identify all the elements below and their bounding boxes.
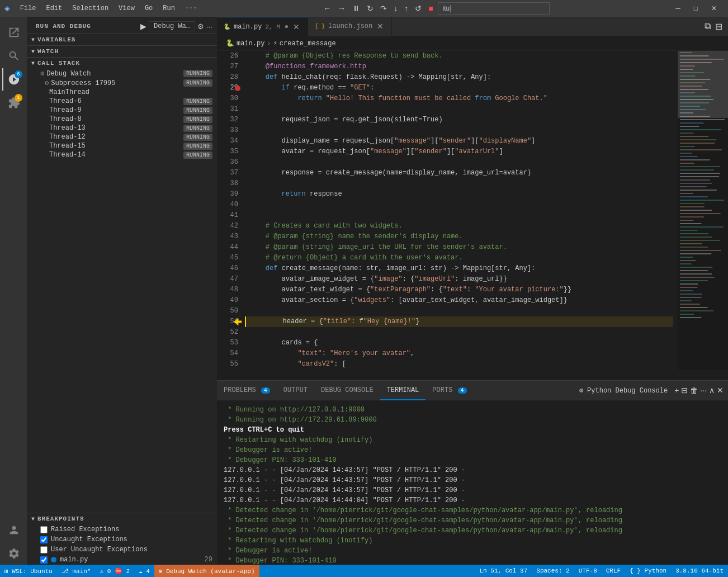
breakpoint-raised-checkbox[interactable] bbox=[40, 526, 48, 533]
status-wsl[interactable]: ⊞ WSL: Ubuntu bbox=[0, 565, 57, 577]
code-line[interactable] bbox=[245, 104, 673, 115]
menu-run[interactable]: Run bbox=[158, 3, 179, 13]
code-line[interactable]: # @param {string} name the sender's disp… bbox=[245, 231, 673, 242]
callstack-item[interactable]: ⚙Subprocess 17995RUNNING bbox=[27, 78, 217, 88]
close-btn[interactable]: ✕ bbox=[705, 0, 724, 17]
terminal-content[interactable]: * Running on http://127.0.0.1:9000 * Run… bbox=[217, 400, 728, 565]
callstack-item[interactable]: Thread-12RUNNING bbox=[27, 133, 217, 141]
code-line[interactable]: if req.method == "GET": bbox=[245, 83, 673, 93]
menu-view[interactable]: View bbox=[114, 3, 139, 13]
panel-maximize-btn[interactable]: ∧ bbox=[709, 386, 715, 395]
menu-go[interactable]: Go bbox=[140, 3, 157, 13]
editor-layout-btn[interactable]: ⊟ bbox=[714, 20, 724, 33]
variables-section-header[interactable]: ▼ VARIABLES bbox=[27, 34, 217, 45]
maximize-btn[interactable]: □ bbox=[687, 0, 705, 17]
panel-tab-output[interactable]: OUTPUT bbox=[277, 381, 314, 400]
debug-step-out-btn[interactable]: ↑ bbox=[402, 3, 410, 14]
debug-config-btn[interactable]: ▶ bbox=[140, 22, 146, 31]
split-editor-btn[interactable]: ⧉ bbox=[703, 20, 712, 33]
code-line[interactable]: avatar = request_json["message"]["sender… bbox=[245, 146, 673, 157]
split-terminal-btn[interactable]: ⊟ bbox=[681, 386, 688, 395]
code-line[interactable]: def create_message(name: str, image_url:… bbox=[245, 263, 673, 274]
minimize-btn[interactable]: ─ bbox=[669, 0, 687, 17]
callstack-item[interactable]: ⚙Debug WatchRUNNING bbox=[27, 69, 217, 78]
code-line[interactable]: # @param {string} image_url the URL for … bbox=[245, 242, 673, 253]
callstack-item[interactable]: Thread-15RUNNING bbox=[27, 141, 217, 150]
menu-edit[interactable]: Edit bbox=[41, 3, 67, 13]
status-line-ending[interactable]: CRLF bbox=[602, 565, 625, 577]
tab-launch-json-close[interactable]: ✕ bbox=[376, 22, 385, 31]
activity-debug[interactable]: 6 bbox=[2, 68, 25, 91]
new-terminal-btn[interactable]: + bbox=[674, 386, 679, 395]
code-line[interactable] bbox=[245, 327, 673, 338]
code-line[interactable] bbox=[245, 306, 673, 316]
callstack-item[interactable]: Thread-6RUNNING bbox=[27, 97, 217, 106]
breakpoint-uncaught-checkbox[interactable] bbox=[40, 536, 48, 543]
breakpoint-user-uncaught-checkbox[interactable] bbox=[40, 546, 48, 554]
code-line[interactable]: return "Hello! This function must be cal… bbox=[245, 93, 673, 104]
debug-step-into-btn[interactable]: ↓ bbox=[391, 3, 400, 14]
panel-tab-debug-console[interactable]: DEBUG CONSOLE bbox=[314, 381, 380, 400]
status-language[interactable]: { } Python bbox=[625, 565, 671, 577]
callstack-item[interactable]: Thread-9RUNNING bbox=[27, 106, 217, 115]
breadcrumb-file[interactable]: 🐍 main.py bbox=[226, 39, 264, 48]
code-line[interactable]: avatar_section = {"widgets": [avatar_tex… bbox=[245, 295, 673, 306]
tab-launch-json[interactable]: { } launch.json ✕ bbox=[308, 17, 392, 36]
code-line[interactable] bbox=[245, 125, 673, 136]
panel-tab-problems[interactable]: PROBLEMS 4 bbox=[217, 381, 277, 400]
code-line[interactable] bbox=[245, 210, 673, 221]
callstack-section-header[interactable]: ▼ CALL STACK bbox=[27, 58, 217, 69]
code-line[interactable]: # @param {Object} res Response to send b… bbox=[245, 51, 673, 62]
debug-refresh-btn[interactable]: ↻ bbox=[365, 3, 376, 14]
callstack-item[interactable]: Thread-14RUNNING bbox=[27, 150, 217, 159]
tab-main-py[interactable]: 🐍 main.py 2, M ● ✕ bbox=[217, 17, 308, 36]
code-line[interactable]: response = create_message(name=display_n… bbox=[245, 168, 673, 178]
nav-back-btn[interactable]: ← bbox=[321, 3, 333, 14]
nav-forward-btn[interactable]: → bbox=[335, 3, 348, 14]
menu-more[interactable]: ··· bbox=[181, 3, 202, 13]
code-line[interactable]: header = {"title": f"Hey {name}!"} bbox=[245, 316, 673, 327]
debug-step-over-btn[interactable]: ↷ bbox=[378, 3, 389, 14]
status-cursor-pos[interactable]: Ln 51, Col 37 bbox=[475, 565, 532, 577]
debug-more-btn[interactable]: ··· bbox=[206, 22, 212, 31]
code-line[interactable] bbox=[245, 157, 673, 168]
tab-main-py-close[interactable]: ✕ bbox=[292, 22, 301, 31]
breadcrumb-function[interactable]: ⚡ create_message bbox=[273, 39, 336, 48]
debug-pause-btn[interactable]: ⏸ bbox=[350, 3, 362, 14]
callstack-item[interactable]: Thread-8RUNNING bbox=[27, 115, 217, 124]
debug-config-select[interactable]: Debug Wa… bbox=[149, 21, 195, 31]
code-line[interactable]: @functions_framework.http bbox=[245, 62, 673, 72]
code-line[interactable]: "text": "Here's your avatar", bbox=[245, 348, 673, 359]
code-line[interactable]: cards = { bbox=[245, 338, 673, 348]
status-python-version[interactable]: 3.8.10 64-bit bbox=[671, 565, 728, 577]
breakpoint-main-py-checkbox[interactable] bbox=[40, 556, 48, 564]
code-line[interactable]: "cardsV2": [ bbox=[245, 359, 673, 370]
status-sync[interactable]: ☁ 4 bbox=[134, 565, 154, 577]
code-line[interactable]: # @return {Object} a card with the user'… bbox=[245, 253, 673, 263]
status-git-branch[interactable]: ⎇ main* bbox=[57, 565, 96, 577]
code-line[interactable] bbox=[245, 200, 673, 210]
menu-file[interactable]: File bbox=[16, 3, 41, 13]
debug-gear-btn[interactable]: ⚙ bbox=[197, 22, 204, 31]
activity-settings[interactable] bbox=[2, 542, 25, 565]
activity-explorer[interactable] bbox=[2, 21, 25, 44]
status-spaces[interactable]: Spaces: 2 bbox=[532, 565, 574, 577]
code-line[interactable] bbox=[245, 178, 673, 189]
callstack-item[interactable]: Thread-13RUNNING bbox=[27, 124, 217, 133]
status-debug[interactable]: ⊛ Debug Watch (avatar-app) bbox=[154, 565, 259, 577]
activity-extensions[interactable]: 1 bbox=[2, 92, 25, 114]
code-line[interactable]: request_json = req.get_json(silent=True) bbox=[245, 115, 673, 125]
panel-tab-terminal[interactable]: TERMINAL bbox=[380, 381, 426, 400]
code-line[interactable]: avatar_text_widget = {"textParagraph": {… bbox=[245, 285, 673, 295]
panel-more-btn[interactable]: ··· bbox=[700, 386, 707, 395]
code-content[interactable]: # @param {Object} res Response to send b… bbox=[245, 51, 678, 380]
code-line[interactable]: def hello_chat(req: flask.Request) -> Ma… bbox=[245, 72, 673, 83]
debug-search-input[interactable] bbox=[438, 2, 550, 15]
activity-search[interactable] bbox=[2, 45, 25, 67]
code-line[interactable]: return response bbox=[245, 189, 673, 200]
delete-terminal-btn[interactable]: 🗑 bbox=[690, 386, 698, 395]
debug-stop-btn[interactable]: ■ bbox=[426, 3, 435, 14]
panel-close-btn[interactable]: ✕ bbox=[717, 386, 724, 395]
watch-section-header[interactable]: ▼ WATCH bbox=[27, 46, 217, 57]
breakpoints-section-header[interactable]: ▼ BREAKPOINTS bbox=[27, 513, 217, 524]
